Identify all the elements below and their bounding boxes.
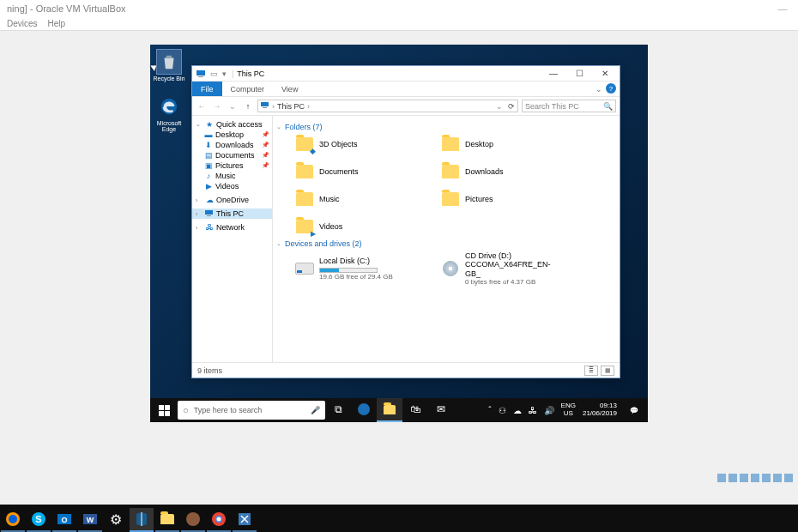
sidebar-item-downloads[interactable]: ⬇Downloads📌 (192, 140, 272, 150)
ribbon-tab-view[interactable]: View (273, 82, 306, 96)
host-app-explorer[interactable] (155, 508, 179, 532)
qat-properties-icon[interactable]: ▭ (209, 70, 218, 78)
tile-label: Videos (319, 222, 342, 231)
view-large-button[interactable]: ▦ (601, 366, 614, 376)
vbox-recording-icon[interactable] (784, 474, 793, 482)
this-pc-icon (261, 101, 269, 112)
host-app-outlook[interactable]: O (52, 508, 76, 532)
nav-back-button[interactable]: ← (196, 102, 208, 111)
vbox-min-button[interactable]: — (774, 3, 791, 14)
maximize-button[interactable]: ☐ (568, 66, 590, 82)
tray-overflow-icon[interactable]: ˆ (488, 406, 491, 415)
folder-music[interactable]: Music (295, 190, 441, 209)
tray-volume-icon[interactable]: 🔊 (544, 406, 554, 415)
drive-local-c[interactable]: Local Disk (C:) 19.6 GB free of 29.4 GB (295, 251, 441, 286)
host-app-chrome[interactable] (207, 508, 231, 532)
sidebar-item-label: Downloads (215, 141, 254, 149)
view-details-button[interactable]: ≣ (584, 366, 598, 376)
sidebar-item-music[interactable]: ♪Music (192, 171, 272, 181)
breadcrumb-item[interactable]: This PC (277, 102, 305, 111)
folder-desktop[interactable]: Desktop (441, 135, 587, 154)
search-icon[interactable]: 🔍 (603, 102, 613, 111)
folder-downloads[interactable]: Downloads (441, 162, 587, 181)
taskbar-edge[interactable] (351, 398, 377, 422)
guest-desktop[interactable]: Recycle Bin Microsoft Edge ▭ ▾ | This PC… (150, 45, 648, 422)
vbox-display-icon[interactable] (773, 474, 782, 482)
desktop-icon-edge[interactable]: Microsoft Edge (152, 94, 186, 132)
vbox-hdd-icon[interactable] (717, 474, 726, 482)
qat-new-folder-icon[interactable]: ▾ (220, 70, 228, 78)
host-app-virtualbox[interactable] (130, 508, 154, 532)
desktop-icon-recycle-bin[interactable]: Recycle Bin (152, 50, 186, 82)
sidebar-quick-access[interactable]: ⌄★Quick access (192, 119, 272, 130)
nav-recent-button[interactable]: ⌄ (227, 102, 239, 111)
tray-onedrive-icon[interactable]: ☁ (513, 406, 522, 415)
group-header-drives[interactable]: ⌄Devices and drives (2) (276, 239, 614, 248)
refresh-button[interactable]: ⟳ (508, 102, 515, 111)
explorer-titlebar[interactable]: ▭ ▾ | This PC — ☐ ✕ (192, 66, 620, 82)
taskbar-mail[interactable]: ✉ (428, 398, 454, 422)
folder-pictures[interactable]: Pictures (441, 190, 587, 209)
nav-up-button[interactable]: ↑ (242, 102, 254, 111)
vbox-usb-icon[interactable] (751, 474, 759, 482)
taskbar-store[interactable]: 🛍 (402, 398, 428, 422)
host-app-firefox[interactable] (1, 508, 25, 532)
vbox-menu-devices[interactable]: Devices (7, 19, 38, 28)
search-placeholder: Type here to search (194, 406, 263, 414)
folder-3d-objects[interactable]: ◆3D Objects (295, 135, 441, 154)
sidebar-item-videos[interactable]: ▶Videos (192, 181, 272, 191)
tray-clock[interactable]: 09:1321/06/2019 (583, 402, 617, 418)
sidebar-item-documents[interactable]: ▤Documents📌 (192, 150, 272, 160)
vbox-optical-icon[interactable] (728, 474, 737, 482)
ribbon: File Computer View ⌄ ? (192, 82, 620, 97)
taskbar-task-view[interactable]: ⧉ (325, 398, 351, 422)
sidebar-this-pc[interactable]: ›This PC (192, 209, 272, 219)
vbox-menu-help[interactable]: Help (48, 19, 66, 28)
music-icon: ♪ (204, 172, 213, 180)
explorer-window: ▭ ▾ | This PC — ☐ ✕ File Computer View ⌄… (191, 65, 620, 378)
folder-documents[interactable]: Documents (295, 162, 441, 181)
start-button[interactable] (150, 398, 178, 422)
host-app-word[interactable]: W (78, 508, 102, 532)
taskbar-explorer[interactable] (377, 398, 402, 422)
ribbon-tab-file[interactable]: File (192, 82, 222, 96)
action-center-button[interactable]: 💬 (624, 398, 644, 422)
vbox-status-icons[interactable] (717, 474, 793, 482)
chevron-right-icon[interactable]: › (272, 102, 275, 111)
sidebar-item-label: Music (215, 172, 236, 180)
sidebar-network[interactable]: ›🖧Network (192, 222, 272, 233)
vbox-net-icon[interactable] (740, 474, 748, 482)
vbox-shared-icon[interactable] (762, 474, 771, 482)
content-pane[interactable]: ⌄Folders (7) ◆3D Objects Desktop Documen… (273, 116, 620, 362)
tray-people-icon[interactable]: ⚇ (499, 406, 506, 415)
group-header-folders[interactable]: ⌄Folders (7) (276, 123, 614, 131)
sidebar-item-pictures[interactable]: ▣Pictures📌 (192, 160, 272, 171)
sidebar-onedrive[interactable]: ›☁OneDrive (192, 195, 272, 205)
address-dropdown-icon[interactable]: ⌄ (496, 102, 503, 111)
address-bar[interactable]: › This PC › ⌄ ⟳ (257, 100, 518, 112)
folder-videos[interactable]: ▶Videos (295, 217, 441, 236)
help-button[interactable]: ? (606, 83, 616, 94)
ribbon-expand-icon[interactable]: ⌄ (595, 85, 602, 94)
nav-forward-button[interactable]: → (211, 102, 223, 111)
host-app-skype[interactable]: S (27, 508, 51, 532)
search-box[interactable]: Search This PC 🔍 (522, 100, 616, 112)
folder-icon (441, 135, 460, 154)
minimize-button[interactable]: — (542, 66, 565, 82)
taskbar-search[interactable]: ○ Type here to search 🎤 (178, 401, 325, 420)
sidebar-item-desktop[interactable]: ▬Desktop📌 (192, 130, 272, 140)
tile-label: Music (319, 195, 340, 203)
desktop-icon-label: Recycle Bin (152, 76, 186, 82)
ribbon-tab-computer[interactable]: Computer (222, 82, 274, 96)
tile-label: Local Disk (C:) (319, 257, 393, 265)
close-button[interactable]: ✕ (594, 66, 616, 82)
tray-network-icon[interactable]: 🖧 (529, 406, 537, 415)
host-app-snip[interactable] (233, 508, 257, 532)
tray-language[interactable]: ENGUS (561, 402, 576, 418)
host-app-settings[interactable]: ⚙ (104, 508, 128, 532)
host-app-generic[interactable] (181, 508, 205, 532)
sidebar-label: Network (216, 223, 245, 232)
mic-icon[interactable]: 🎤 (311, 406, 320, 414)
drive-cd-d[interactable]: CD Drive (D:) CCCOMA_X64FRE_EN-GB_ 0 byt… (441, 251, 587, 286)
chevron-right-icon[interactable]: › (307, 102, 310, 111)
